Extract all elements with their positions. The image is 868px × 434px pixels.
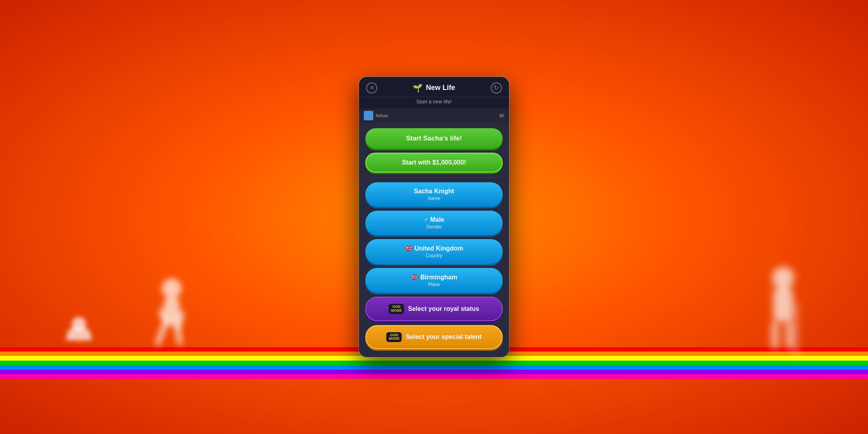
talent-badge-line2: MODE [389, 337, 399, 341]
start-million-button[interactable]: Start with $1,000,000! [365, 153, 503, 172]
close-button[interactable]: ✕ [366, 82, 377, 94]
modal-header: ✕ 🌱 New Life ↻ [359, 77, 509, 97]
modal-title-area: 🌱 New Life [413, 83, 455, 93]
avatar [364, 111, 373, 120]
royal-god-mode-badge: GOD MODE [389, 304, 404, 314]
modal-body: Start Sacha's life! Start with $1,000,00… [359, 123, 509, 357]
money-label: $0 [499, 113, 504, 118]
place-button[interactable]: 🇬🇧 Birmingham Place [365, 268, 503, 293]
top-bar-left: Adrian [364, 111, 388, 120]
username-label: Adrian [376, 113, 388, 118]
gender-sub-text: Gender [426, 224, 442, 230]
new-life-modal: ✕ 🌱 New Life ↻ Start a new life! Adrian … [359, 77, 509, 357]
name-button[interactable]: Sacha Knight Name [365, 182, 503, 207]
royal-label: Select your royal status [408, 305, 479, 312]
country-sub-text: Country [426, 253, 442, 258]
gender-button[interactable]: ♂ Male Gender [365, 211, 503, 235]
royal-status-button[interactable]: GOD MODE Select your royal status [365, 297, 503, 321]
title-emoji: 🌱 [413, 83, 423, 93]
name-sub-text: Name [428, 196, 440, 201]
place-main-text: 🇬🇧 Birmingham [411, 273, 457, 281]
top-bar: Adrian $0 [359, 108, 509, 123]
talent-god-mode-badge: GOD MODE [386, 332, 402, 342]
refresh-button[interactable]: ↻ [491, 82, 502, 94]
start-life-button[interactable]: Start Sacha's life! [365, 128, 503, 149]
country-main-text: 🇬🇧 United Kingdom [405, 245, 463, 252]
modal-overlay: ✕ 🌱 New Life ↻ Start a new life! Adrian … [0, 0, 868, 434]
talent-button[interactable]: GOD MODE Select your special talent [365, 325, 503, 350]
modal-subtitle: Start a new life! [359, 97, 509, 108]
country-button[interactable]: 🇬🇧 United Kingdom Country [365, 239, 503, 264]
modal-title: New Life [426, 84, 455, 92]
royal-badge-line2: MODE [391, 309, 402, 313]
place-sub-text: Place [428, 282, 440, 287]
divider-1 [365, 177, 503, 178]
talent-label: Select your special talent [406, 333, 481, 340]
gender-main-text: ♂ Male [424, 216, 444, 223]
name-main-text: Sacha Knight [414, 188, 454, 195]
